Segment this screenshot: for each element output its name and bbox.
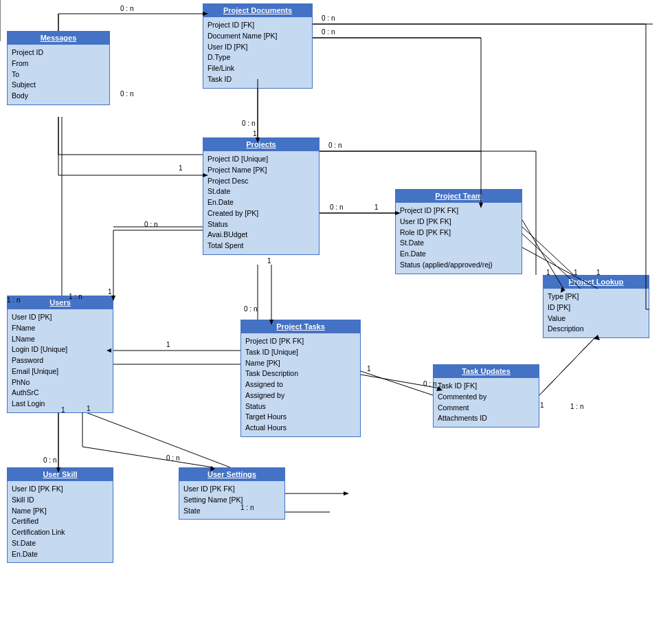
entity-field: Status (245, 401, 356, 412)
entity-field: Status (applied/approved/rej) (400, 260, 517, 271)
entity-field: Project ID [PK FK] (245, 336, 356, 347)
entity-messages: MessagesProject IDFromToSubjectBody (7, 31, 110, 105)
entity-field: File/Link (208, 63, 308, 74)
svg-line-11 (86, 412, 230, 467)
entity-header-projects: Projects (203, 138, 319, 151)
entity-project_lookup: Project LookupType [PK]ID [PK]ValueDescr… (543, 275, 649, 338)
entity-users: UsersUser ID [PK]FNameLNameLogin ID [Uni… (7, 296, 113, 413)
entity-field: State (183, 506, 280, 517)
entity-user_skill: User SkillUser ID [PK FK]Skill IDName [P… (7, 467, 113, 563)
entity-field: FName (12, 323, 109, 334)
entity-field: Project Desc (208, 176, 315, 187)
entity-field: En.Date (400, 249, 517, 260)
entity-field: En.Date (208, 197, 315, 208)
entity-field: Task ID (208, 74, 308, 85)
entity-field: User ID [PK] (208, 42, 308, 53)
entity-project_documents: Project DocumentsProject ID [FK]Document… (203, 3, 313, 89)
entity-field: Comment (438, 403, 535, 414)
entity-field: Project ID [FK] (208, 20, 308, 31)
entity-field: Setting Name [PK] (183, 495, 280, 506)
entity-field: Name [PK] (245, 358, 356, 369)
entity-field: Name [PK] (12, 506, 109, 517)
svg-line-7 (361, 371, 433, 395)
entity-header-project_team: Project Team (396, 190, 522, 203)
entity-field: D.Type (208, 52, 308, 63)
entity-field: Certification Link (12, 527, 109, 538)
entity-task_updates: Task UpdatesTask ID [FK]Commented byComm… (433, 364, 539, 428)
entity-body-users: User ID [PK]FNameLNameLogin ID [Unique]P… (8, 309, 113, 412)
entity-field: Attachments ID (438, 413, 535, 424)
entity-body-user_settings: User ID [PK FK]Setting Name [PK]State (179, 481, 284, 519)
erd-diagram: Project DocumentsProject ID [FK]Document… (0, 0, 661, 644)
entity-header-messages: Messages (8, 32, 109, 45)
entity-field: LName (12, 334, 109, 345)
entity-field: Avai.BUdget (208, 230, 315, 241)
entity-field: User ID [PK FK] (400, 216, 517, 227)
entity-field: Task Description (245, 368, 356, 379)
entity-field: Actual Hours (245, 423, 356, 434)
entity-header-users: Users (8, 296, 113, 309)
entity-field: Assigned to (245, 379, 356, 390)
entity-header-project_lookup: Project Lookup (544, 276, 649, 289)
entity-field: Email [Unique] (12, 366, 109, 377)
entity-field: Subject (12, 80, 105, 91)
entity-field: St.Date (12, 538, 109, 549)
entity-header-project_documents: Project Documents (203, 4, 312, 17)
entity-body-project_lookup: Type [PK]ID [PK]ValueDescription (544, 289, 649, 337)
entity-field: Value (548, 313, 645, 324)
entity-field: AuthSrC (12, 388, 109, 399)
svg-line-9 (539, 337, 596, 395)
entity-projects: ProjectsProject ID [Unique]Project Name … (203, 137, 320, 255)
entity-field: User ID [PK FK] (183, 484, 280, 495)
entity-field: St.date (208, 186, 315, 197)
entity-header-user_settings: User Settings (179, 468, 284, 481)
entity-header-project_tasks: Project Tasks (241, 320, 360, 333)
entity-field: Assigned by (245, 390, 356, 401)
entity-body-task_updates: Task ID [FK]Commented byCommentAttachmen… (434, 378, 539, 427)
entity-body-project_tasks: Project ID [PK FK]Task ID [Unique]Name [… (241, 333, 360, 436)
entity-field: Status (208, 219, 315, 230)
entity-field: Task ID [Unique] (245, 347, 356, 358)
entity-body-projects: Project ID [Unique]Project Name [PK]Proj… (203, 151, 319, 254)
entity-field: Document Name [PK] (208, 31, 308, 42)
entity-field: Task ID [FK] (438, 381, 535, 392)
entity-project_tasks: Project TasksProject ID [PK FK]Task ID [… (240, 320, 361, 437)
entity-field: Last Login (12, 399, 109, 410)
entity-field: En.Date (12, 549, 109, 560)
entity-header-user_skill: User Skill (8, 468, 113, 481)
entity-body-project_team: Project ID [PK FK]User ID [PK FK]Role ID… (396, 203, 522, 274)
entity-field: Project ID [Unique] (208, 154, 315, 165)
entity-project_team: Project TeamProject ID [PK FK]User ID [P… (395, 189, 522, 274)
entity-field: Certified (12, 516, 109, 527)
entity-body-project_documents: Project ID [FK]Document Name [PK]User ID… (203, 17, 312, 88)
entity-field: PhNo (12, 377, 109, 388)
entity-field: Project Name [PK] (208, 165, 315, 176)
entity-field: Login ID [Unique] (12, 344, 109, 355)
entity-user_settings: User SettingsUser ID [PK FK]Setting Name… (179, 467, 285, 520)
entity-field: Total Spent (208, 241, 315, 252)
entity-field: User ID [PK] (12, 312, 109, 323)
entity-field: Skill ID (12, 495, 109, 506)
entity-field: Commented by (438, 392, 535, 403)
entity-field: Created by [PK] (208, 208, 315, 219)
entity-field: To (12, 69, 105, 80)
entity-field: Target Hours (245, 412, 356, 423)
entity-field: Project ID (12, 47, 105, 58)
entity-field: From (12, 58, 105, 69)
entity-field: Project ID [PK FK] (400, 206, 517, 216)
entity-body-user_skill: User ID [PK FK]Skill IDName [PK]Certifie… (8, 481, 113, 562)
entity-field: Password (12, 355, 109, 366)
entity-body-messages: Project IDFromToSubjectBody (8, 45, 109, 104)
entity-field: Description (548, 324, 645, 335)
entity-field: User ID [PK FK] (12, 484, 109, 495)
entity-field: ID [PK] (548, 302, 645, 313)
entity-field: Role ID [PK FK] (400, 227, 517, 238)
entity-field: Body (12, 91, 105, 102)
entity-field: Type [PK] (548, 291, 645, 302)
entity-header-task_updates: Task Updates (434, 365, 539, 378)
entity-field: St.Date (400, 238, 517, 249)
